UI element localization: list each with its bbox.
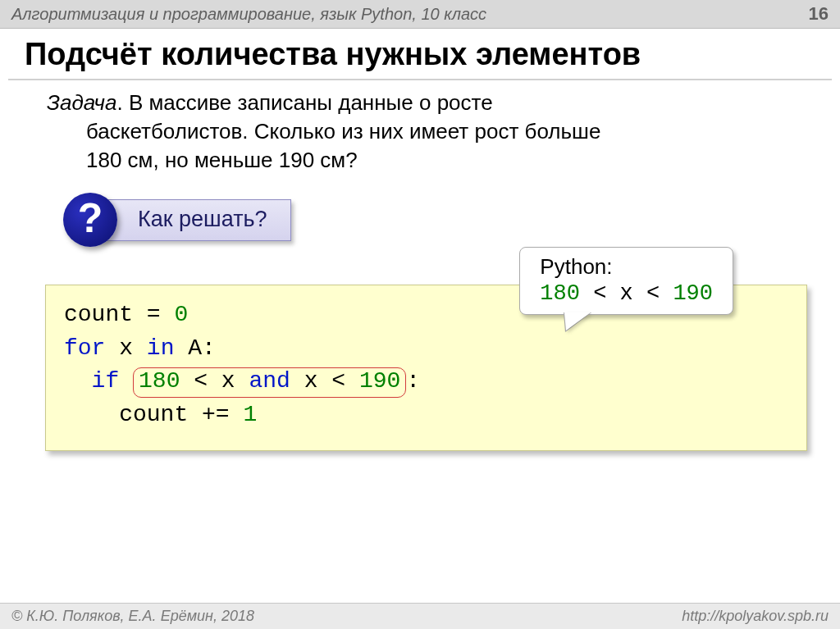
page-number: 16: [809, 3, 829, 25]
course-title: Алгоритмизация и программирование, язык …: [11, 5, 486, 24]
callout-expression: 180 < x < 190: [540, 281, 713, 306]
question-icon: ?: [63, 193, 117, 247]
header-bar: Алгоритмизация и программирование, язык …: [0, 0, 840, 29]
copyright: © К.Ю. Поляков, Е.А. Ерёмин, 2018: [11, 608, 254, 625]
callout-label: Python:: [540, 254, 713, 280]
footer: © К.Ю. Поляков, Е.А. Ерёмин, 2018 http:/…: [0, 603, 840, 629]
condition-highlight: 180 < x and x < 190: [133, 367, 406, 398]
content: Задача. В массиве записаны данные о рост…: [0, 80, 840, 451]
python-callout: Python: 180 < x < 190: [519, 247, 733, 315]
task-text: Задача. В массиве записаны данные о рост…: [47, 89, 807, 175]
slide-title: Подсчёт количества нужных элементов: [25, 37, 815, 72]
hint-text: Как решать?: [96, 199, 291, 241]
task-label: Задача: [47, 90, 116, 115]
title-area: Подсчёт количества нужных элементов: [0, 29, 840, 77]
hint: ? Как решать?: [63, 194, 807, 244]
footer-url: http://kpolyakov.spb.ru: [682, 608, 829, 625]
code-area: Python: 180 < x < 190 count = 0 for x in…: [45, 285, 807, 450]
